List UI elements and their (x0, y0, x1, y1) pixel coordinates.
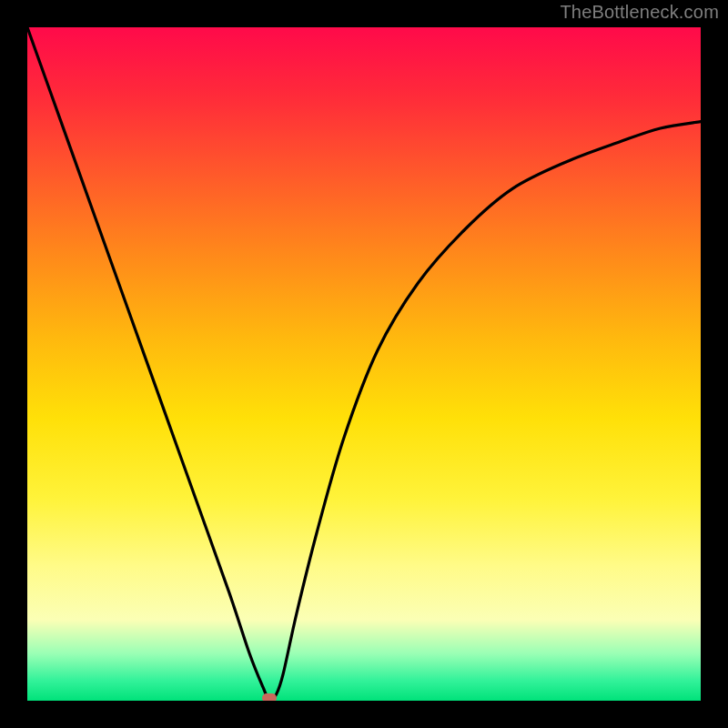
watermark-text: TheBottleneck.com (560, 2, 719, 23)
plot-area (27, 27, 701, 701)
optimal-point-marker (262, 693, 277, 701)
gradient-background (27, 27, 701, 701)
chart-frame: TheBottleneck.com (0, 0, 728, 728)
